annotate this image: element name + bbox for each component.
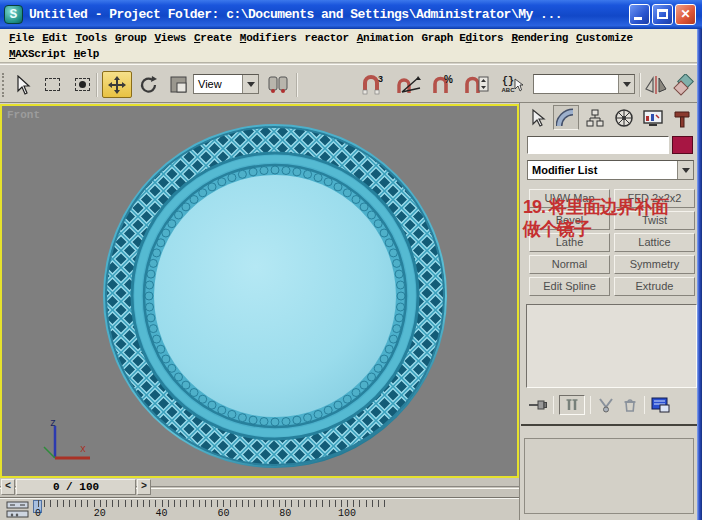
modifier-button-normal[interactable]: Normal [529,255,610,274]
menu-modifiers[interactable]: Modifiers [236,31,301,45]
select-object-icon[interactable] [8,71,36,98]
modifier-stack-list[interactable] [526,304,697,388]
tab-display[interactable] [640,105,666,130]
remove-modifier-icon[interactable] [621,396,639,414]
menu-edit[interactable]: Edit [38,31,71,45]
ruler-tick [217,500,218,507]
menu-help[interactable]: Help [70,47,103,61]
track-bar[interactable]: 020406080100 [0,497,519,520]
close-button[interactable]: ✕ [675,4,696,25]
dropdown-arrow-icon[interactable] [677,161,693,179]
timeline-frame-label: 100 [338,508,356,519]
rectangular-selection-icon[interactable] [38,71,66,98]
tab-hierarchy[interactable] [582,105,608,130]
menu-views[interactable]: Views [151,31,191,45]
pin-stack-icon[interactable] [528,396,548,414]
ruler-tick [143,500,144,507]
modifier-button-extrude[interactable]: Extrude [614,277,695,296]
snap-toggle-3d-icon[interactable]: 3 [356,71,388,98]
next-frame-button[interactable]: > [137,479,151,495]
ruler-tick [38,500,39,507]
modifier-list-dropdown[interactable]: Modifier List [527,160,694,180]
time-slider-row: < 0 / 100 > [0,478,519,497]
modifier-button-twist[interactable]: Twist [614,211,695,230]
modifier-button-edit-spline[interactable]: Edit Spline [529,277,610,296]
toolbar-separator [296,73,298,97]
maximize-button[interactable] [652,4,673,25]
separator [644,396,645,414]
scale-icon[interactable] [165,71,193,98]
menu-create[interactable]: Create [190,31,236,45]
ruler-tick [223,500,224,507]
close-icon: ✕ [679,8,692,21]
tab-modify[interactable] [553,105,579,130]
move-icon[interactable] [102,71,132,98]
timeline-ruler[interactable]: 020406080100 [0,498,519,520]
tab-create[interactable] [524,105,550,130]
dropdown-arrow-icon[interactable] [242,75,258,93]
modifier-button-lathe[interactable]: Lathe [529,233,610,252]
ruler-tick [261,500,262,507]
menu-animation[interactable]: Animation [353,31,418,45]
mirror-icon[interactable] [643,71,669,98]
menu-graph-editors[interactable]: Graph Editors [417,31,507,45]
svg-text:%: % [444,74,453,85]
align-icon[interactable] [672,71,698,98]
tab-utilities[interactable] [669,105,695,130]
object-color-swatch[interactable] [672,136,693,154]
display-monitor-icon [642,108,664,128]
menu-rendering[interactable]: Rendering [507,31,572,45]
show-end-result-icon[interactable] [559,395,585,415]
rotate-icon[interactable] [135,71,163,98]
ruler-tick [347,500,348,507]
modifier-button-grid: UVW MapFFD 2x2x2BevelTwistLatheLatticeNo… [529,189,695,296]
ruler-tick [316,500,317,507]
make-unique-icon[interactable] [596,396,616,414]
menu-customize[interactable]: Customize [572,31,637,45]
ruler-tick [230,500,231,507]
previous-frame-button[interactable]: < [1,479,15,495]
menu-maxscript[interactable]: MAXScript [5,47,70,61]
ruler-tick [310,500,311,507]
menu-group[interactable]: Group [111,31,151,45]
utilities-hammer-icon [672,108,692,128]
menu-tools[interactable]: Tools [71,31,111,45]
ruler-tick [180,500,181,507]
angle-snap-icon[interactable] [392,71,424,98]
ruler-tick [298,500,299,507]
configure-modifier-sets-icon[interactable] [650,396,672,414]
menu-file[interactable]: File [5,31,38,45]
modifier-button-ffd-2x2x2[interactable]: FFD 2x2x2 [614,189,695,208]
percent-snap-icon[interactable]: % [428,71,458,98]
app-logo-icon: S [4,5,23,24]
ruler-tick [236,500,237,507]
spinner-snap-icon[interactable] [461,71,491,98]
front-viewport[interactable]: Front z x [0,104,519,478]
ruler-tick [75,500,76,507]
modifier-button-bevel[interactable]: Bevel [529,211,610,230]
time-slider-handle[interactable]: 0 / 100 [16,479,136,495]
use-pivot-center-icon[interactable] [264,71,292,98]
ruler-tick [359,500,360,507]
ruler-tick [267,500,268,507]
toolbar-drag-handle[interactable] [2,73,7,97]
toolbar-separator [96,73,98,97]
ruler-tick [149,500,150,507]
modifier-button-symmetry[interactable]: Symmetry [614,255,695,274]
named-selection-dropdown[interactable] [533,74,635,94]
ruler-tick [205,500,206,507]
named-selection-sets-icon[interactable]: {} ABC [497,71,527,98]
modifier-button-lattice[interactable]: Lattice [614,233,695,252]
ruler-tick [125,500,126,507]
minimize-button[interactable] [629,4,650,25]
reference-coordsys-dropdown[interactable]: View [193,74,259,94]
circular-selection-icon[interactable] [68,71,96,98]
timeline-frame-label: 60 [217,508,229,519]
ruler-tick [174,500,175,507]
object-name-field[interactable] [527,136,669,154]
modifier-button-uvw-map[interactable]: UVW Map [529,189,610,208]
menu-reactor[interactable]: reactor [301,31,353,45]
ruler-tick [155,500,156,507]
dropdown-arrow-icon[interactable] [618,75,634,93]
tab-motion[interactable] [611,105,637,130]
